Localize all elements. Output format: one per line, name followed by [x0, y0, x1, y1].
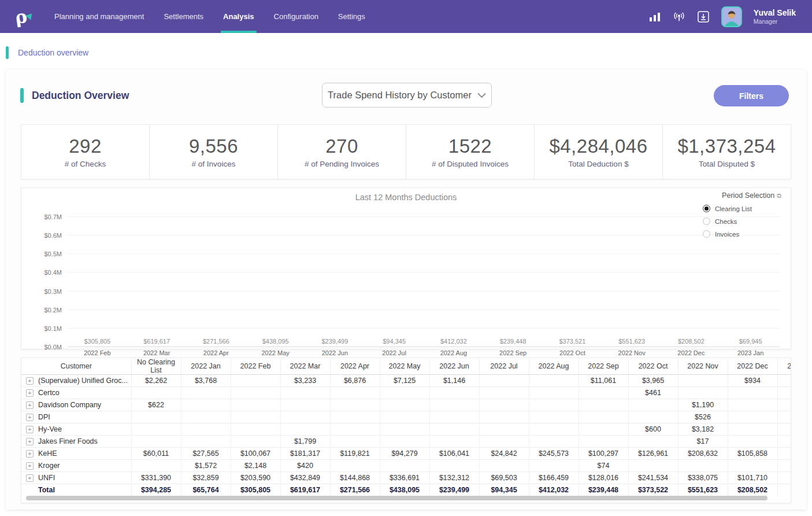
customer-cell: +Certco	[21, 387, 131, 399]
user-avatar[interactable]	[721, 6, 742, 27]
x-axis-label: 2022 Nov	[602, 349, 662, 356]
nav-item-settings[interactable]: Settings	[338, 0, 365, 33]
x-axis-label: 2022 Aug	[424, 349, 484, 356]
column-header[interactable]: 2022 Aug	[529, 358, 579, 375]
view-selector-dropdown[interactable]: Trade Spend History by Customer	[322, 83, 492, 108]
column-header[interactable]: 2022 Feb	[231, 358, 280, 375]
breadcrumb-label[interactable]: Deduction overview	[18, 48, 88, 57]
period-option-checks[interactable]: Checks	[703, 218, 781, 225]
value-cell: $69,503	[479, 472, 529, 484]
value-cell	[380, 436, 429, 448]
value-cell: $3,965	[628, 375, 678, 387]
plus-expand-icon[interactable]: +	[26, 426, 34, 433]
period-option-invoices[interactable]: Invoices	[703, 230, 781, 238]
column-header[interactable]: 2022 Sep	[579, 358, 628, 375]
user-role: Manager	[754, 18, 796, 25]
customer-name: (Supervalue) Unified Groc...	[38, 377, 128, 385]
download-tray-icon[interactable]	[697, 10, 710, 23]
plus-expand-icon[interactable]: +	[26, 401, 34, 409]
radio-button[interactable]	[703, 218, 710, 225]
value-cell: $69,9	[777, 484, 791, 496]
bar-slot: $208,502	[662, 338, 721, 347]
kpi-value: 1522	[448, 135, 492, 157]
value-cell	[280, 387, 330, 399]
plus-expand-icon[interactable]: +	[26, 377, 34, 385]
value-cell	[429, 460, 479, 472]
expand-icon[interactable]: ⧉	[777, 192, 781, 200]
table-row: +DPI$526	[21, 411, 791, 423]
value-cell: $412,032	[529, 484, 579, 496]
bar-slot: $619,617	[127, 338, 187, 347]
nav-item-planning-and-management[interactable]: Planning and management	[54, 0, 144, 33]
bar-slot: $438,095	[246, 338, 305, 347]
value-cell	[330, 460, 380, 472]
plus-expand-icon[interactable]: +	[26, 474, 34, 482]
user-info[interactable]: Yuval Selik Manager	[754, 8, 796, 24]
nav-item-configuration[interactable]: Configuration	[274, 0, 318, 33]
value-cell: $11,061	[579, 375, 628, 387]
value-cell	[777, 411, 791, 423]
period-options: Clearing ListChecksInvoices	[695, 205, 781, 238]
column-header[interactable]: 2023 Jan	[777, 358, 791, 375]
value-cell: $208,632	[678, 448, 728, 460]
value-cell: $461	[628, 387, 678, 399]
value-cell	[330, 411, 380, 423]
kpi-value: 270	[325, 135, 358, 157]
filters-button[interactable]: Filters	[714, 85, 789, 106]
bar-chart: $0.0M$0.1M$0.2M$0.3M$0.4M$0.5M$0.6M$0.7M…	[68, 217, 780, 347]
plus-expand-icon[interactable]: +	[26, 450, 34, 458]
value-cell: $41,5	[777, 472, 791, 484]
value-cell	[678, 387, 728, 399]
value-cell: $144,868	[330, 472, 380, 484]
app-logo[interactable]: ρ	[0, 6, 42, 27]
customer-name: UNFI	[38, 474, 55, 482]
column-header[interactable]: 2022 Oct	[628, 358, 678, 375]
main-content-card: Deduction Overview Trade Spend History b…	[6, 70, 806, 510]
customer-cell: +Jakes Finer Foods	[21, 436, 131, 448]
column-header[interactable]: 2022 Dec	[728, 358, 777, 375]
kpi-cell: 1522# of Disputed Invoices	[406, 125, 535, 179]
column-header[interactable]: 2022 Mar	[280, 358, 330, 375]
horizontal-scrollbar[interactable]	[26, 496, 767, 500]
column-header[interactable]: 2022 Jul	[479, 358, 529, 375]
y-axis-tick: $0.3M	[44, 288, 62, 295]
plus-expand-icon[interactable]: +	[26, 414, 34, 421]
period-option-clearing-list[interactable]: Clearing List	[703, 205, 781, 212]
column-header[interactable]: 2022 May	[380, 358, 429, 375]
column-header[interactable]: 2022 Jan	[181, 358, 231, 375]
plus-expand-icon[interactable]: +	[26, 438, 34, 445]
bar-slot: $239,448	[483, 338, 543, 347]
radio-button[interactable]	[703, 230, 710, 238]
bars-layer: $305,805$619,617$271,566$438,095$239,499…	[68, 217, 780, 347]
bar-chart-icon[interactable]	[648, 10, 661, 23]
plus-expand-icon[interactable]: +	[26, 389, 34, 397]
value-cell: $166,459	[529, 472, 579, 484]
value-cell	[579, 411, 628, 423]
value-cell	[479, 387, 529, 399]
scrollbar-thumb[interactable]	[26, 496, 767, 500]
column-header[interactable]: 2022 Nov	[678, 358, 728, 375]
radio-button[interactable]	[703, 205, 710, 212]
nav-item-analysis[interactable]: Analysis	[223, 0, 254, 33]
nav-item-settlements[interactable]: Settlements	[164, 0, 203, 33]
column-header[interactable]: No Clearing List	[131, 358, 181, 375]
column-header[interactable]: Customer	[21, 358, 131, 375]
column-header[interactable]: 2022 Apr	[330, 358, 380, 375]
value-cell	[429, 423, 479, 436]
column-header[interactable]: 2022 Jun	[429, 358, 479, 375]
value-cell: $94,279	[380, 448, 429, 460]
navbar-right: Yuval Selik Manager	[648, 6, 812, 27]
value-cell	[628, 399, 678, 411]
value-cell	[380, 399, 429, 411]
broadcast-icon[interactable]	[673, 10, 685, 23]
value-cell: $1,799	[280, 436, 330, 448]
bar-value-label: $373,521	[559, 338, 585, 345]
value-cell: $27,565	[181, 448, 231, 460]
value-cell: $32,859	[181, 472, 231, 484]
plus-expand-icon[interactable]: +	[26, 462, 34, 470]
value-cell: $126,961	[628, 448, 678, 460]
x-axis-label: 2023 Jan	[721, 349, 780, 356]
customer-cell: +(Supervalue) Unified Groc...	[21, 375, 131, 387]
kpi-cell: 292# of Checks	[21, 125, 150, 179]
bar-value-label: $619,617	[143, 338, 170, 345]
